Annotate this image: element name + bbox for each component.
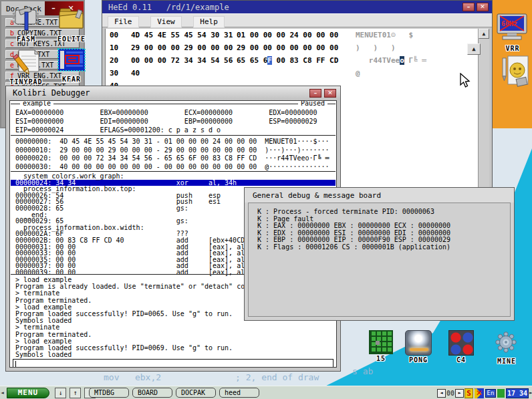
registers-panel: example Paused EAX=00000000 EBX=00000000… [11, 104, 336, 134]
dump-line: 00000010: 29 00 00 00 29 00 00 00 - 29 0… [15, 146, 336, 155]
keyboard-layout-icon[interactable]: ✕ [475, 388, 484, 398]
desktop-icon-paint[interactable] [499, 55, 531, 92]
taskbar-left-arrow-icon[interactable]: ◄ [1, 390, 4, 396]
icon-label: KFAR [51, 76, 92, 83]
task-button-mtdbg[interactable]: MTDBG [89, 388, 129, 398]
menu-item-help[interactable]: Help [193, 16, 225, 28]
heed-menu-bar: File View Help [102, 13, 492, 27]
icon-label: PONG [400, 356, 437, 364]
heed-close-button[interactable]: ✕ [477, 3, 489, 11]
board-line: K : Flags : 00001206 CS : 0000001B (appl… [257, 244, 510, 251]
cpu-usage-indicator[interactable] [497, 389, 505, 398]
fasm-chip-icon [11, 4, 41, 32]
icon-label: MINE [488, 358, 525, 365]
status-badge: Paused [298, 100, 327, 108]
scroll-up-icon[interactable]: ▲ [479, 29, 489, 39]
desktop-icon-fasm[interactable]: FASM [5, 4, 47, 43]
ascii-cursor: o [400, 56, 404, 65]
menu-item-view[interactable]: View [150, 16, 182, 28]
hex-row: 004D 45 4E 55 45 54 30 3101 00 00 00 24 … [106, 29, 489, 41]
start-menu-button[interactable]: MENU [7, 388, 49, 398]
debugger-close-button[interactable]: ✕ [324, 89, 336, 98]
scroll-up-button[interactable]: ▲ [467, 43, 481, 55]
folder-icon [56, 4, 87, 32]
icon-label: TINYPAD [5, 78, 47, 86]
fifteen-puzzle-icon [369, 330, 393, 354]
board-window: General debug & message board K : Proces… [244, 187, 515, 321]
icon-label: C4 [444, 356, 479, 364]
command-input[interactable] [13, 359, 334, 368]
language-indicator[interactable]: En [485, 389, 496, 398]
log-line: Symbols loaded [15, 352, 336, 358]
clock[interactable]: 17 34 [506, 388, 529, 398]
task-button-board[interactable]: BOARD [132, 388, 172, 398]
mouse-cursor [460, 73, 471, 88]
icon-label: FASM [5, 35, 47, 43]
wallpaper-code-comment: ; 2, end of draw [235, 372, 319, 382]
register-line: EIP=00000024 EFLAGS=00001200: c p a z s … [15, 126, 336, 134]
desktop-icon-vrr[interactable]: 60Hz VRR [495, 13, 531, 52]
hex-cursor[interactable]: F [267, 56, 272, 65]
debugger-title-bar[interactable]: Kolibri Debugger [6, 86, 340, 100]
desktop-next-button[interactable]: ► [455, 389, 464, 398]
board-line: K : EAX : 00000000 EBX : 00000000 ECX : … [257, 223, 510, 230]
file-manager-icon [57, 48, 86, 72]
restore-window-button[interactable]: ↑ [70, 388, 81, 398]
heed-title-bar[interactable]: HeEd 0.11 /rd/1/example [102, 1, 492, 13]
hex-row: 1029 00 00 00 29 00 00 0029 00 00 00 00 … [106, 41, 489, 54]
taskbar: ◄ MENU ↓ ↑ MTDBG BOARD DOCPAK heed ◄ 00 … [0, 386, 532, 399]
debugger-minimize-button[interactable]: – [309, 89, 321, 98]
text-caret [15, 361, 16, 368]
dump-line: 00000030: 40 00 00 00 00 00 00 00 - 00 0… [15, 163, 336, 172]
task-button-docpak[interactable]: DOCPAK [176, 388, 216, 398]
notepad-pencil-icon [11, 48, 41, 75]
desktop-icon-tinypad[interactable]: TINYPAD [5, 48, 47, 86]
paint-document-icon [499, 55, 531, 90]
desktop-icon-15[interactable]: 15 [364, 330, 398, 362]
desktop-icon-mine[interactable]: MINE [488, 330, 525, 365]
board-line: K : EBP : 00000000 EIP : 00000F90 ESP : … [257, 237, 510, 244]
hex-row: 3040@ [106, 67, 489, 80]
board-log-area: K : Process - forced terminate PID: 0000… [248, 203, 511, 317]
taskbar-right-arrow-icon[interactable]: ► [529, 390, 532, 396]
register-line: EAX=00000000 EBX=00000000 ECX=00000000 E… [15, 108, 336, 117]
connect4-icon [448, 330, 474, 356]
minesweeper-gear-icon [494, 330, 519, 354]
desktop-icon-pong[interactable]: PONG [400, 330, 437, 364]
program-name-label: example [20, 100, 53, 108]
desktop-icon-c4[interactable]: C4 [444, 330, 479, 364]
wallpaper-code-fragment: s ab [352, 366, 373, 376]
dump-line: 00000000: 4D 45 4E 55 45 54 30 31 - 01 0… [15, 138, 336, 146]
desktop-number: 00 [446, 390, 454, 397]
desktop-icon-kfar[interactable]: KFAR [51, 48, 92, 83]
desktop-prev-button[interactable]: ◄ [437, 389, 446, 398]
task-button-heed[interactable]: heed [219, 388, 259, 398]
desktop-icon-eolite[interactable]: EOLITE [51, 4, 92, 43]
wallpaper-code-text: mov ebx,2 [104, 372, 161, 382]
hex-row-with-cursor: 2000 00 00 72 34 34 54 56 65 65 6F 00 83… [106, 54, 489, 67]
dump-line: 00000020: 00 00 00 72 34 34 54 56 - 65 6… [15, 154, 336, 163]
menu-item-file[interactable]: File [108, 16, 139, 28]
board-line: K : Process - forced terminate PID: 0000… [257, 209, 510, 216]
icon-label: VRR [495, 45, 531, 52]
heed-minimize-button[interactable]: – [462, 3, 475, 11]
icon-label: 15 [364, 355, 398, 362]
board-title-bar[interactable]: General debug & message board [245, 188, 514, 203]
speaker-tray-icon[interactable]: S [464, 388, 473, 398]
minimize-window-button[interactable]: ↓ [55, 388, 66, 398]
icon-label: EOLITE [51, 35, 92, 43]
monitor-60hz-icon: 60Hz [495, 13, 530, 41]
kolibrios-desktop: mov ebx,2 ; 2, end of draw s ab FASM EOL… [0, 0, 532, 399]
pong-icon [405, 330, 432, 356]
register-line: ESI=00000000 EDI=00000000 EBP=00000000 E… [15, 117, 336, 126]
memory-dump-panel: 00000000: 4D 45 4E 55 45 54 30 31 - 01 0… [11, 135, 336, 172]
